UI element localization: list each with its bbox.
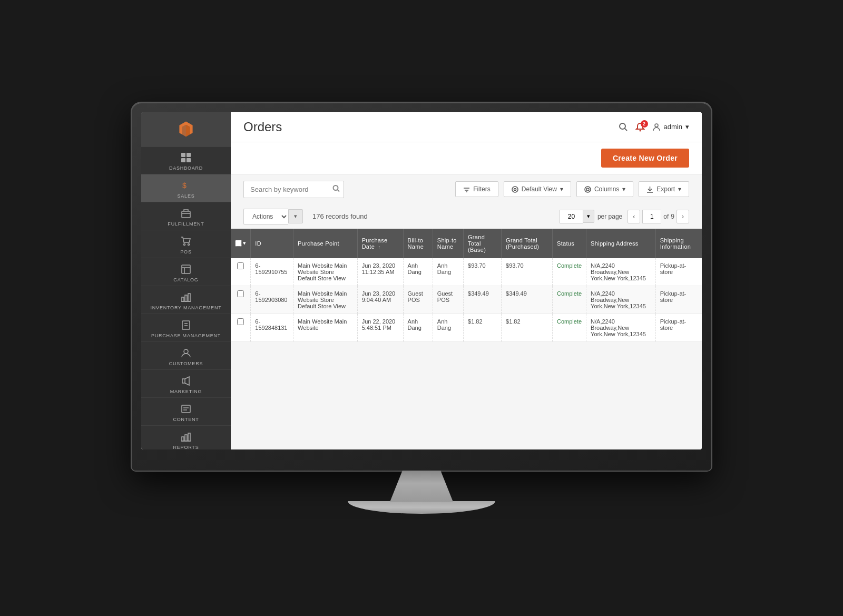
svg-marker-23 xyxy=(182,377,189,385)
admin-user-button[interactable]: admin ▾ xyxy=(652,123,689,131)
th-shipping-address[interactable]: Shipping Address xyxy=(586,229,656,258)
page-of-text: of xyxy=(663,213,669,220)
th-ship-to[interactable]: Ship-to Name xyxy=(433,229,463,258)
cell-ship-to: Anh Dang xyxy=(433,314,463,341)
cell-ship-to: Guest POS xyxy=(433,286,463,314)
header-actions: 2 admin ▾ xyxy=(619,122,689,132)
svg-rect-16 xyxy=(185,295,187,301)
sidebar-item-marketing[interactable]: MARKETING xyxy=(141,370,231,398)
default-view-button[interactable]: Default View ▾ xyxy=(504,181,571,197)
inventory-label: INVENTORY MANAGEMENT xyxy=(150,305,221,310)
cell-shipping-address: N/A,2240 Broadway,New York,New York,1234… xyxy=(586,258,656,286)
sidebar-item-dashboard[interactable]: DASHBOARD xyxy=(141,146,231,174)
magento-logo-icon xyxy=(177,120,195,139)
row-checkbox[interactable] xyxy=(237,318,244,325)
sidebar-item-content[interactable]: CONTENT xyxy=(141,398,231,426)
svg-point-35 xyxy=(655,124,658,127)
per-page-input[interactable]: 20 xyxy=(560,210,583,223)
search-wrapper xyxy=(243,181,344,198)
filters-label: Filters xyxy=(473,185,491,193)
th-purchase-point[interactable]: Purchase Point xyxy=(293,229,358,258)
cell-grand-total-purchased: $349.49 xyxy=(502,286,553,314)
svg-rect-19 xyxy=(182,321,190,329)
cell-shipping-info: Pickup-at-store xyxy=(655,314,702,341)
cell-bill-to: Anh Dang xyxy=(403,258,433,286)
actions-dropdown-button[interactable]: ▾ xyxy=(288,209,303,223)
table-row: 6-1592903080 Main Website Main Website S… xyxy=(231,286,702,314)
content-icon xyxy=(180,403,192,415)
purchase-icon xyxy=(180,319,192,331)
cell-purchase-date: Jun 22, 2020 5:48:51 PM xyxy=(357,314,403,341)
sidebar-item-reports[interactable]: REPORTS xyxy=(141,426,231,449)
sidebar-item-catalog[interactable]: CATALOG xyxy=(141,258,231,286)
svg-rect-29 xyxy=(185,435,187,441)
row-checkbox[interactable] xyxy=(237,290,244,297)
search-input[interactable] xyxy=(243,181,344,198)
cell-status: Complete xyxy=(553,314,586,341)
inventory-icon xyxy=(180,291,192,303)
sales-icon: $ xyxy=(180,180,192,191)
filters-button[interactable]: Filters xyxy=(455,181,498,197)
svg-rect-15 xyxy=(182,297,184,301)
svg-point-32 xyxy=(620,123,625,129)
th-id[interactable]: ID xyxy=(251,229,293,258)
monitor-screen: DASHBOARD $ SALES FULFILLMENT xyxy=(141,112,702,449)
page-total: 9 xyxy=(671,213,674,220)
export-button[interactable]: Export ▾ xyxy=(639,181,689,197)
th-purchase-date[interactable]: Purchase Date ↑ xyxy=(357,229,403,258)
per-page-dropdown-button[interactable]: ▾ xyxy=(583,210,594,223)
table-container: ▾ ID Purchase Point Purchase Date ↑ Bill… xyxy=(231,229,702,342)
th-status[interactable]: Status xyxy=(553,229,586,258)
cell-status: Complete xyxy=(553,286,586,314)
cell-shipping-address: N/A,2240 Broadway,New York,New York,1234… xyxy=(586,286,656,314)
table-header-row: ▾ ID Purchase Point Purchase Date ↑ Bill… xyxy=(231,229,702,258)
notifications-button[interactable]: 2 xyxy=(635,122,645,132)
table-row: 6-1592910755 Main Website Main Website S… xyxy=(231,258,702,286)
row-checkbox[interactable] xyxy=(237,262,244,269)
per-page-wrapper: 20 ▾ per page xyxy=(560,210,622,223)
per-page-label: per page xyxy=(597,213,622,220)
svg-line-37 xyxy=(338,190,340,192)
cell-shipping-info: Pickup-at-store xyxy=(655,258,702,286)
page-next-button[interactable]: › xyxy=(677,210,689,223)
sidebar-item-purchase[interactable]: PURCHASE MANAGEMENT xyxy=(141,314,231,342)
create-order-button[interactable]: Create New Order xyxy=(601,149,689,168)
svg-line-33 xyxy=(624,128,627,131)
svg-point-11 xyxy=(188,243,190,245)
cell-bill-to: Guest POS xyxy=(403,286,433,314)
content-label: CONTENT xyxy=(173,417,199,422)
search-button[interactable] xyxy=(619,122,628,132)
sidebar-item-customers[interactable]: CUSTOMERS xyxy=(141,342,231,370)
records-toolbar: Actions ▾ 176 records found 20 ▾ per pag… xyxy=(231,204,702,229)
actions-select[interactable]: Actions xyxy=(243,209,288,224)
cell-shipping-address: N/A,2240 Broadway,New York,New York,1234… xyxy=(586,314,656,341)
select-all-chevron[interactable]: ▾ xyxy=(243,240,246,247)
page-current-input[interactable]: 1 xyxy=(642,210,661,223)
cell-status: Complete xyxy=(553,258,586,286)
sidebar-item-pos[interactable]: POS xyxy=(141,230,231,258)
search-submit-button[interactable] xyxy=(332,185,340,194)
sidebar-item-fulfillment[interactable]: FULFILLMENT xyxy=(141,202,231,230)
svg-rect-6 xyxy=(187,158,191,162)
monitor-wrapper: DASHBOARD $ SALES FULFILLMENT xyxy=(132,103,711,514)
th-shipping-info[interactable]: Shipping Information xyxy=(655,229,702,258)
svg-point-41 xyxy=(512,187,518,192)
svg-point-22 xyxy=(184,349,188,354)
svg-rect-25 xyxy=(182,405,190,413)
th-grand-total-base[interactable]: Grand Total (Base) xyxy=(464,229,502,258)
th-grand-total-purchased[interactable]: Grand Total (Purchased) xyxy=(502,229,553,258)
top-header: Orders 2 admin ▾ xyxy=(231,112,702,142)
th-select-all[interactable]: ▾ xyxy=(231,229,251,258)
page-prev-button[interactable]: ‹ xyxy=(628,210,640,223)
th-bill-to[interactable]: Bill-to Name xyxy=(403,229,433,258)
sidebar-item-sales[interactable]: $ SALES xyxy=(141,174,231,202)
table-row: 6-1592848131 Main Website Main Website J… xyxy=(231,314,702,341)
cell-shipping-info: Pickup-at-store xyxy=(655,286,702,314)
catalog-icon xyxy=(180,263,192,275)
dashboard-label: DASHBOARD xyxy=(169,165,203,171)
cell-grand-total-base: $93.70 xyxy=(464,258,502,286)
select-all-checkbox[interactable] xyxy=(235,240,242,247)
sidebar-item-inventory[interactable]: INVENTORY MANAGEMENT xyxy=(141,286,231,314)
columns-button[interactable]: Columns ▾ xyxy=(576,181,633,197)
monitor-bezel: DASHBOARD $ SALES FULFILLMENT xyxy=(132,103,711,471)
